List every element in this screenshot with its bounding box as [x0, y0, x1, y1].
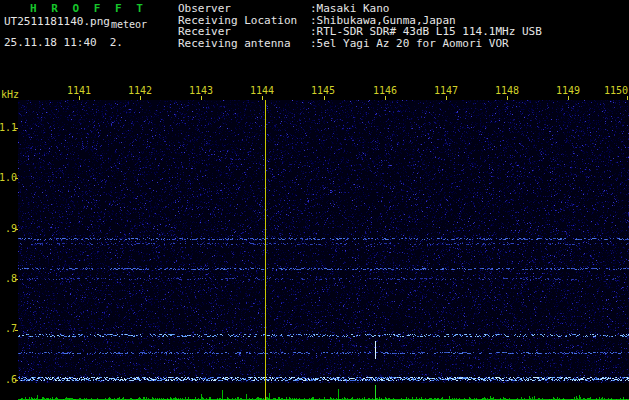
- x-tick-label: 1150: [603, 85, 629, 96]
- meteor-tag: meteor: [111, 19, 147, 30]
- info-row: Receiving antenna:5el Yagi Az 20 for Aom…: [178, 38, 542, 50]
- spectrogram-canvas: [18, 100, 629, 383]
- echo-count: 2.: [110, 36, 123, 49]
- x-tick-label: 1145: [310, 85, 336, 96]
- info-label: Receiving antenna: [178, 38, 310, 50]
- datetime-text: 25.11.18 11:40: [4, 36, 97, 49]
- y-axis-unit: kHz: [1, 89, 19, 100]
- hrofft-screen: H R O F F T UT2511181140.pngmeteor 25.11…: [0, 0, 629, 400]
- info-value: :5el Yagi Az 20 for Aomori VOR: [310, 37, 509, 50]
- x-tick-label: 1147: [433, 85, 459, 96]
- x-tick-label: 1148: [494, 85, 520, 96]
- info-label: Observer: [178, 3, 310, 15]
- signal-strip-canvas: [18, 385, 629, 400]
- datetime-line: 25.11.18 11:402.: [4, 36, 123, 49]
- meteor-event-marker: [265, 100, 266, 400]
- info-label: Receiver: [178, 26, 310, 38]
- x-tick-label: 1144: [249, 85, 275, 96]
- y-tick-label: .7: [5, 323, 17, 334]
- x-tick-label: 1141: [66, 85, 92, 96]
- app-title: H R O F F T: [30, 2, 147, 15]
- station-info: Observer:Masaki Kano Receiving Location:…: [178, 3, 542, 49]
- x-tick-label: 1149: [555, 85, 581, 96]
- filename-text: UT2511181140.png: [4, 15, 110, 28]
- x-tick-label: 1142: [127, 85, 153, 96]
- output-filename: UT2511181140.pngmeteor: [4, 15, 147, 28]
- x-tick-label: 1146: [372, 85, 398, 96]
- x-tick-label: 1143: [188, 85, 214, 96]
